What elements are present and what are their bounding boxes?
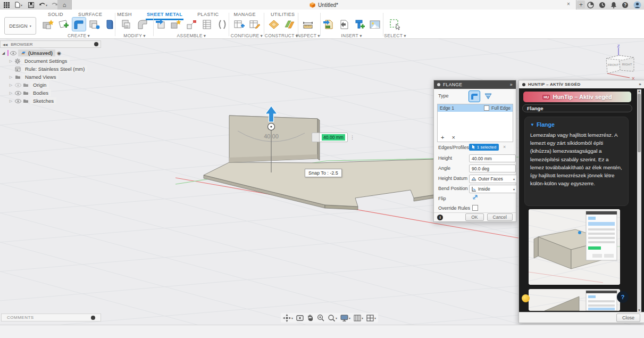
visibility-eye-icon[interactable] <box>10 51 16 55</box>
flange-type-button[interactable] <box>469 91 480 102</box>
view-cube[interactable]: Z FRONT RIGHT X <box>599 43 643 82</box>
override-rules-checkbox[interactable] <box>472 205 478 211</box>
ok-button[interactable]: OK <box>465 213 483 221</box>
grid-settings-icon[interactable]: ▾ <box>354 315 363 321</box>
insert-mesh-icon[interactable] <box>337 18 350 31</box>
look-at-icon[interactable] <box>296 315 304 321</box>
select-tool-icon[interactable] <box>389 18 402 31</box>
flange-tool-icon[interactable] <box>72 18 86 31</box>
unfold-icon[interactable] <box>120 18 133 31</box>
cancel-button[interactable]: Cancel <box>487 213 513 221</box>
construction-plane-icon[interactable] <box>267 18 280 31</box>
tutorial-image-2[interactable] <box>529 289 620 311</box>
edges-selected-button[interactable]: 1 selected <box>469 144 499 151</box>
group-select-label[interactable]: SELECT▾ <box>384 33 406 38</box>
tree-row-document-settings[interactable]: ▷ Document Settings <box>1 57 123 65</box>
convert-to-sheet-metal-icon[interactable] <box>88 18 101 31</box>
bell-icon[interactable] <box>610 2 617 9</box>
huntip-mascot-icon[interactable] <box>522 294 530 302</box>
job-status-icon[interactable] <box>587 2 594 9</box>
flat-pattern-icon[interactable] <box>103 18 116 31</box>
group-modify-label[interactable]: MODIFY▾ <box>123 33 145 38</box>
collapse-browser-icon[interactable]: ◀◀ <box>3 43 7 46</box>
huntip-scrollbar[interactable]: ▲ ▼ <box>637 89 641 312</box>
expand-icon[interactable]: ▷ <box>9 59 13 63</box>
right-face-label[interactable]: RIGHT <box>622 63 632 66</box>
topic-field[interactable]: Flange <box>522 104 632 112</box>
app-grid-icon[interactable] <box>2 1 11 9</box>
user-avatar[interactable] <box>633 1 641 9</box>
help-icon[interactable]: ? <box>622 2 629 9</box>
height-datum-select[interactable]: Outer Faces ▾ <box>469 175 517 183</box>
tree-row-rule[interactable]: Rule: Stainless Steel (mm) <box>1 65 123 73</box>
remove-edge-button[interactable]: × <box>451 134 455 141</box>
flip-button[interactable] <box>472 194 479 200</box>
pan-icon[interactable] <box>307 314 314 321</box>
huntip-help-button[interactable]: ? <box>617 291 629 303</box>
canvas-image-icon[interactable] <box>368 18 381 31</box>
input-drag-grip[interactable] <box>312 133 319 142</box>
create-sketch-icon[interactable] <box>57 18 70 31</box>
group-assemble-label[interactable]: ASSEMBLE▾ <box>177 33 206 38</box>
tree-row-sketches[interactable]: ▷ Sketches <box>1 97 123 105</box>
clear-selection-icon[interactable]: × <box>503 144 506 150</box>
new-component-assemble-icon[interactable] <box>170 18 183 31</box>
panel-collapse-icon[interactable]: » <box>639 82 641 87</box>
edge-list-row[interactable]: Edge 1 Full Edge <box>438 104 513 112</box>
expand-icon[interactable]: ▷ <box>9 83 13 87</box>
visibility-eye-icon[interactable] <box>15 99 21 103</box>
expand-icon[interactable]: ▷ <box>9 91 13 95</box>
group-create-label[interactable]: CREATE▾ <box>68 33 90 38</box>
browser-options-icon[interactable] <box>94 42 98 46</box>
card-title-row[interactable]: ▼ Flange <box>530 121 623 128</box>
configuration-table-icon[interactable] <box>232 18 246 31</box>
bom-list-icon[interactable] <box>200 18 214 31</box>
group-inspect-label[interactable]: INSPECT▾ <box>296 33 320 38</box>
bend-position-select[interactable]: Inside ▾ <box>469 185 517 193</box>
group-construct-label[interactable]: CONSTRUCT▾ <box>265 33 298 38</box>
measure-ruler-icon[interactable] <box>302 18 315 31</box>
front-face-label[interactable]: FRONT <box>608 63 619 67</box>
save-icon[interactable] <box>27 1 35 9</box>
undo-icon[interactable]: ▾ <box>39 1 47 9</box>
hem-type-button[interactable] <box>483 91 494 102</box>
expand-icon[interactable]: ▷ <box>9 75 13 79</box>
insert-fastener-icon[interactable] <box>353 18 366 31</box>
joint-origin-icon[interactable] <box>216 18 229 31</box>
joint-icon[interactable] <box>185 18 198 31</box>
root-expand-icon[interactable]: ◢ <box>1 51 6 55</box>
tree-root-row[interactable]: ◢ (Unsaved) ◉ <box>1 49 123 57</box>
bend-icon[interactable] <box>136 18 149 31</box>
tree-row-origin[interactable]: ▷ Origin <box>1 81 123 89</box>
root-document-chip[interactable]: (Unsaved) <box>18 50 55 56</box>
insert-svg-icon[interactable] <box>322 18 335 31</box>
tree-row-named-views[interactable]: ▷ Named Views <box>1 73 123 81</box>
new-component-icon[interactable] <box>41 18 55 31</box>
flange-dialog-header[interactable]: FLANGE » <box>434 80 516 89</box>
huntip-panel-header[interactable]: HUNTIP – AKTÍV SEGÉD » <box>519 80 644 88</box>
document-tab[interactable]: Untitled* × <box>71 0 576 10</box>
design-workspace-button[interactable]: DESIGN▾ <box>4 17 36 35</box>
kebab-menu-icon[interactable]: ⋮ <box>350 135 355 140</box>
home-tab[interactable]: ⌂ <box>57 0 71 10</box>
close-tab-icon[interactable]: × <box>565 1 572 7</box>
add-edge-button[interactable]: + <box>441 134 444 141</box>
tree-row-bodies[interactable]: ▷ Bodies <box>1 89 123 97</box>
tutorial-image-1[interactable] <box>529 209 620 285</box>
group-configure-label[interactable]: CONFIGURE▾ <box>231 33 263 38</box>
expand-icon[interactable]: ▷ <box>9 99 13 103</box>
viewports-icon[interactable]: ▾ <box>366 315 376 321</box>
orbit-icon[interactable]: ▾ <box>283 314 293 322</box>
huntip-close-button[interactable]: Close <box>616 314 640 322</box>
fit-icon[interactable]: ▾ <box>328 314 337 321</box>
dialog-collapse-icon[interactable]: » <box>510 82 513 87</box>
angle-input[interactable]: 90.0 deg <box>469 164 516 172</box>
new-tab-button[interactable]: + <box>577 1 585 9</box>
zoom-icon[interactable] <box>317 314 324 321</box>
activate-radio-icon[interactable]: ◉ <box>57 51 61 56</box>
browser-header[interactable]: ◀◀ BROWSER <box>0 40 101 48</box>
comments-bar[interactable]: COMMENTS <box>1 314 101 321</box>
info-icon[interactable]: i <box>437 215 443 220</box>
dimension-input[interactable]: 40.00 mm <box>319 133 348 142</box>
construction-axis-icon[interactable] <box>282 18 296 31</box>
